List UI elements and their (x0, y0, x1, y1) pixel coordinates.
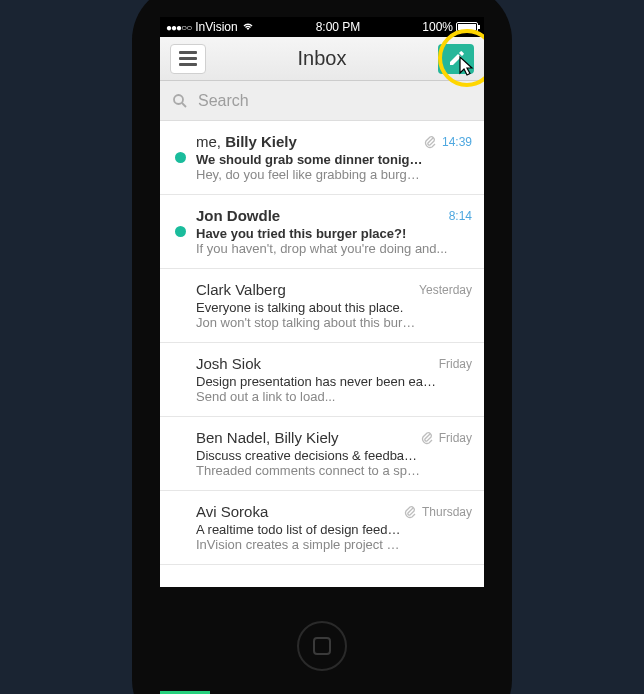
battery-pct-label: 100% (422, 20, 453, 34)
home-button[interactable] (297, 621, 347, 671)
time-label: 8:14 (449, 209, 472, 223)
time-label: 14:39 (442, 135, 472, 149)
message-content: Josh SiokDesign presentation has never b… (192, 355, 439, 404)
message-content: Clark ValbergEveryone is talking about t… (192, 281, 419, 330)
unread-dot-icon (175, 152, 186, 163)
message-content: me, Billy KielyWe should grab some dinne… (192, 133, 424, 182)
subject-label: A realtime todo list of design feedback.… (196, 522, 404, 537)
search-input[interactable] (198, 92, 472, 110)
preview-label: Hey, do you feel like grabbing a burger … (196, 167, 424, 182)
search-icon (172, 93, 188, 109)
sender-label: Clark Valberg (196, 281, 419, 298)
subject-label: Design presentation has never been eas..… (196, 374, 439, 389)
unread-indicator-col (168, 355, 192, 404)
unread-dot-icon (175, 226, 186, 237)
message-row[interactable]: me, Billy KielyWe should grab some dinne… (160, 121, 484, 195)
compose-button[interactable] (438, 44, 474, 74)
message-meta: Thursday (404, 503, 472, 552)
carrier-label: InVision (195, 20, 237, 34)
phone-screen: ●●●○○ InVision 8:00 PM 100% Inbox (160, 17, 484, 587)
message-meta: 14:39 (424, 133, 472, 182)
message-content: Jon DowdleHave you tried this burger pla… (192, 207, 449, 256)
menu-button[interactable] (170, 44, 206, 74)
time-label: Friday (439, 357, 472, 371)
preview-label: Threaded comments connect to a specifi..… (196, 463, 421, 478)
time-label: Yesterday (419, 283, 472, 297)
phone-shell: ●●●○○ InVision 8:00 PM 100% Inbox (132, 0, 512, 694)
home-square-icon (313, 637, 331, 655)
unread-indicator-col (168, 429, 192, 478)
message-content: Avi SorokaA realtime todo list of design… (192, 503, 404, 552)
signal-dots-icon: ●●●○○ (166, 22, 191, 33)
message-row[interactable]: Avi SorokaA realtime todo list of design… (160, 491, 484, 565)
sender-label: Jon Dowdle (196, 207, 449, 224)
battery-icon (456, 22, 478, 32)
nav-bar: Inbox (160, 37, 484, 81)
subject-label: We should grab some dinner tonight. (196, 152, 424, 167)
compose-icon (447, 50, 465, 68)
message-meta: 8:14 (449, 207, 472, 256)
search-bar[interactable] (160, 81, 484, 121)
statusbar-time: 8:00 PM (254, 20, 423, 34)
message-row[interactable]: Jon DowdleHave you tried this burger pla… (160, 195, 484, 269)
preview-label: InVision creates a simple project checkl… (196, 537, 404, 552)
subject-label: Have you tried this burger place?! (196, 226, 449, 241)
statusbar-left: ●●●○○ InVision (166, 20, 254, 34)
message-row[interactable]: Ben Nadel, Billy KielyDiscuss creative d… (160, 417, 484, 491)
attachment-icon (421, 431, 433, 445)
message-meta: Friday (439, 355, 472, 404)
preview-label: If you haven't, drop what you're doing a… (196, 241, 449, 256)
message-row[interactable]: Josh SiokDesign presentation has never b… (160, 343, 484, 417)
subject-label: Everyone is talking about this place. (196, 300, 419, 315)
message-content: Ben Nadel, Billy KielyDiscuss creative d… (192, 429, 421, 478)
hamburger-line (179, 63, 197, 66)
sender-label: Ben Nadel, Billy Kiely (196, 429, 421, 446)
attachment-icon (424, 135, 436, 149)
message-row[interactable]: Clark ValbergEveryone is talking about t… (160, 269, 484, 343)
svg-point-0 (174, 95, 183, 104)
message-meta: Friday (421, 429, 472, 478)
hamburger-line (179, 57, 197, 60)
hamburger-line (179, 51, 197, 54)
sender-label: Josh Siok (196, 355, 439, 372)
sender-label: me, Billy Kiely (196, 133, 424, 150)
subject-label: Discuss creative decisions & feedback... (196, 448, 421, 463)
attachment-icon (404, 505, 416, 519)
wifi-icon (242, 20, 254, 34)
preview-label: Jon won't stop talking about this burger… (196, 315, 419, 330)
sender-label: Avi Soroka (196, 503, 404, 520)
unread-indicator-col (168, 503, 192, 552)
time-label: Friday (439, 431, 472, 445)
page-title: Inbox (298, 47, 347, 70)
unread-indicator-col (168, 207, 192, 256)
preview-label: Send out a link to load... (196, 389, 439, 404)
unread-indicator-col (168, 281, 192, 330)
message-meta: Yesterday (419, 281, 472, 330)
status-bar: ●●●○○ InVision 8:00 PM 100% (160, 17, 484, 37)
unread-indicator-col (168, 133, 192, 182)
statusbar-right: 100% (422, 20, 478, 34)
message-list: me, Billy KielyWe should grab some dinne… (160, 121, 484, 565)
time-label: Thursday (422, 505, 472, 519)
svg-line-1 (182, 103, 186, 107)
